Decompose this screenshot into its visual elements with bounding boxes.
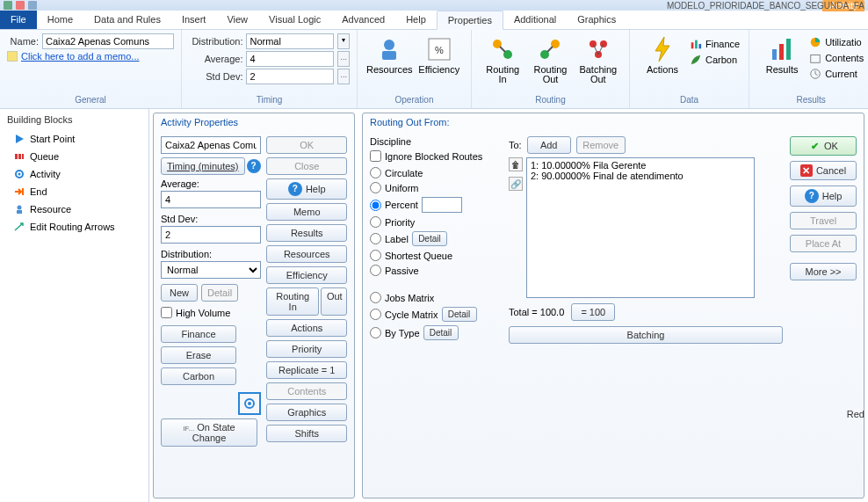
- batching-out-button[interactable]: Batching Out: [575, 33, 622, 86]
- routing-out-short-button[interactable]: Out: [321, 287, 347, 316]
- eq100-button[interactable]: = 100: [571, 303, 615, 321]
- average-more-icon[interactable]: …: [337, 51, 350, 67]
- resources-button[interactable]: Resources: [365, 33, 415, 76]
- menu-visual-logic[interactable]: Visual Logic: [258, 11, 331, 29]
- route-row[interactable]: 1: 10.00000% Fila Gerente: [531, 160, 750, 171]
- batching-button[interactable]: Batching: [509, 326, 783, 344]
- sidebar-item-queue[interactable]: Queue: [0, 148, 148, 165]
- passive-radio[interactable]: [370, 265, 381, 276]
- results-button[interactable]: Results: [266, 224, 347, 242]
- average-input[interactable]: [246, 51, 334, 67]
- carbon-button[interactable]: Carbon: [688, 53, 741, 67]
- high-volume-checkbox[interactable]: [161, 307, 172, 318]
- priority-button[interactable]: Priority: [266, 340, 347, 358]
- menu-advanced[interactable]: Advanced: [331, 11, 395, 29]
- stddev-input[interactable]: [246, 69, 334, 84]
- on-state-change-button[interactable]: IF... On State Change: [161, 418, 257, 447]
- route-row[interactable]: 2: 90.00000% Final de atendimento: [531, 171, 750, 181]
- menu-properties[interactable]: Properties: [437, 11, 503, 30]
- detail-button[interactable]: Detail: [201, 284, 238, 302]
- stddev-more-icon[interactable]: …: [337, 69, 350, 84]
- circulate-radio[interactable]: [370, 167, 381, 178]
- percent-input[interactable]: [422, 197, 462, 213]
- qat-icon[interactable]: [4, 1, 12, 10]
- ap-distribution-select[interactable]: Normal: [161, 261, 261, 279]
- cycle-detail-button[interactable]: Detail: [442, 307, 477, 322]
- shifts-button[interactable]: Shifts: [266, 425, 347, 442]
- sidebar-item-activity[interactable]: Activity: [0, 165, 148, 183]
- jobs-matrix-radio[interactable]: [370, 292, 381, 303]
- cycle-matrix-radio[interactable]: [370, 309, 381, 320]
- new-button[interactable]: New: [161, 284, 198, 302]
- help-button[interactable]: ?Help: [266, 178, 347, 200]
- results-button[interactable]: Results: [756, 33, 807, 76]
- finance-button[interactable]: Finance: [688, 37, 741, 51]
- sidebar-item-resource[interactable]: Resource: [0, 200, 148, 218]
- shortest-queue-radio[interactable]: [370, 250, 381, 261]
- more-button[interactable]: More >>: [790, 263, 857, 280]
- trash-icon[interactable]: 🗑: [509, 157, 523, 171]
- routing-in-button[interactable]: Routing In: [479, 33, 526, 86]
- timing-button[interactable]: Timing (minutes): [161, 157, 245, 175]
- finance-button[interactable]: Finance: [161, 325, 236, 343]
- distribution-input[interactable]: [246, 33, 334, 49]
- ok-button[interactable]: OK: [266, 136, 347, 154]
- help-icon[interactable]: ?: [247, 159, 261, 173]
- routing-in-button[interactable]: Routing In: [266, 287, 318, 316]
- ignore-blocked-checkbox[interactable]: [370, 150, 381, 162]
- priority-radio[interactable]: [370, 216, 381, 228]
- ok-button[interactable]: ✔OK: [790, 136, 857, 156]
- add-button[interactable]: Add: [527, 136, 571, 154]
- place-at-button[interactable]: Place At: [790, 235, 857, 252]
- routes-list[interactable]: 1: 10.00000% Fila Gerente 2: 90.00000% F…: [526, 157, 755, 298]
- stddev-label: Std Dev:: [189, 71, 242, 82]
- qat-icon[interactable]: [16, 1, 25, 10]
- activity-name-input[interactable]: [161, 136, 261, 154]
- resources-button[interactable]: Resources: [266, 245, 347, 263]
- contents-button[interactable]: Contents: [807, 51, 865, 65]
- current-button[interactable]: Current: [807, 67, 865, 81]
- ap-average-input[interactable]: [161, 191, 261, 208]
- bytype-detail-button[interactable]: Detail: [423, 325, 459, 340]
- replicate-button[interactable]: Replicate = 1: [266, 361, 347, 379]
- menu-home[interactable]: Home: [37, 11, 83, 29]
- file-menu[interactable]: File: [0, 11, 37, 29]
- menu-additional[interactable]: Additional: [503, 11, 567, 29]
- menu-data-rules[interactable]: Data and Rules: [83, 11, 171, 29]
- remove-button[interactable]: Remove: [576, 136, 626, 154]
- menu-view[interactable]: View: [216, 11, 258, 29]
- menu-insert[interactable]: Insert: [171, 11, 217, 29]
- name-input[interactable]: [42, 33, 174, 49]
- percent-radio[interactable]: [370, 200, 381, 211]
- label-radio[interactable]: [370, 233, 381, 244]
- efficiency-button[interactable]: % Efficiency: [415, 33, 464, 76]
- label-detail-button[interactable]: Detail: [412, 231, 447, 246]
- qat-icon[interactable]: [28, 1, 37, 10]
- routing-out-button[interactable]: Routing Out: [526, 33, 574, 86]
- efficiency-button[interactable]: Efficiency: [266, 266, 347, 284]
- gear-settings-icon[interactable]: [238, 392, 261, 415]
- link-icon[interactable]: 🔗: [509, 177, 523, 191]
- distribution-dropdown-icon[interactable]: ▾: [337, 33, 350, 49]
- add-memo-link[interactable]: Click here to add a memo...: [21, 51, 140, 62]
- actions-button[interactable]: Actions: [266, 319, 347, 337]
- ap-stddev-input[interactable]: [161, 226, 261, 244]
- actions-button[interactable]: Actions: [637, 33, 688, 76]
- help-button[interactable]: ?Help: [790, 186, 857, 207]
- sidebar-item-edit-routing[interactable]: Edit Routing Arrows: [0, 218, 148, 236]
- erase-button[interactable]: Erase: [161, 346, 236, 364]
- contents-button[interactable]: Contents: [266, 382, 347, 400]
- close-button[interactable]: Close: [266, 157, 347, 175]
- memo-button[interactable]: Memo: [266, 203, 347, 221]
- menu-help[interactable]: Help: [395, 11, 437, 29]
- cancel-button[interactable]: ✕Cancel: [790, 161, 857, 180]
- utilization-button[interactable]: Utilizatio: [807, 35, 865, 49]
- uniform-radio[interactable]: [370, 182, 381, 193]
- menu-graphics[interactable]: Graphics: [567, 11, 626, 29]
- by-type-radio[interactable]: [370, 327, 381, 338]
- travel-button[interactable]: Travel: [790, 212, 857, 229]
- sidebar-item-start-point[interactable]: Start Point: [0, 130, 148, 148]
- graphics-button[interactable]: Graphics: [266, 404, 347, 421]
- carbon-button[interactable]: Carbon: [161, 367, 236, 385]
- sidebar-item-end[interactable]: End: [0, 183, 148, 200]
